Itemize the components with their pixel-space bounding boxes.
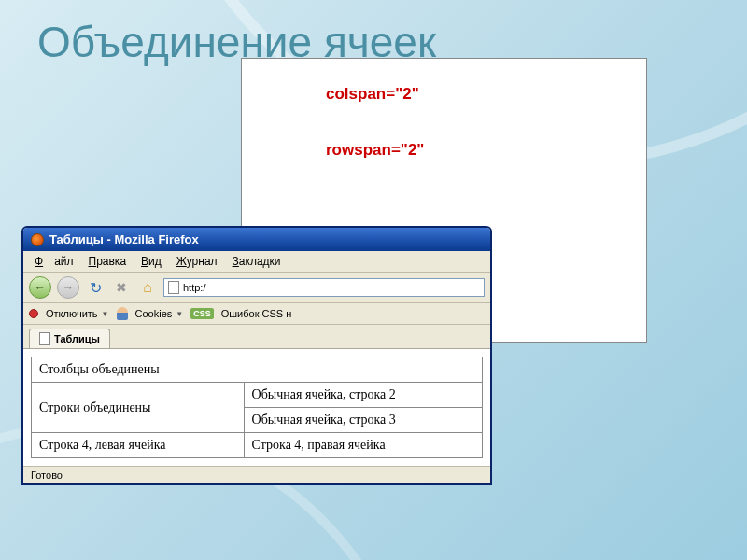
home-button[interactable]: ⌂ (137, 277, 158, 298)
window-title: Таблицы - Mozilla Firefox (49, 232, 199, 246)
disable-icon (29, 309, 38, 318)
rowspan-label: rowspan="2" (326, 141, 609, 160)
forward-button[interactable]: → (57, 276, 79, 299)
back-button[interactable]: ← (29, 276, 51, 299)
menu-file[interactable]: ФФайлайл (29, 254, 79, 269)
cookies-button[interactable]: Cookies (135, 308, 173, 319)
firefox-icon (31, 233, 44, 246)
page-icon (39, 332, 50, 345)
page-icon (168, 281, 179, 294)
stop-button[interactable]: ✖ (111, 277, 132, 298)
table-row: Строки объединены Обычная ячейка, строка… (32, 383, 483, 408)
url-text: http:/ (183, 282, 205, 293)
dropdown-icon: ▼ (102, 310, 109, 318)
tabbar: Таблицы (23, 325, 490, 349)
css-badge-icon: CSS (190, 308, 214, 319)
dev-toolbar: Отключить ▼ Cookies ▼ CSS Ошибок CSS н (23, 303, 490, 325)
colspan-label: colspan="2" (326, 85, 609, 104)
tab-tables[interactable]: Таблицы (29, 329, 110, 348)
dropdown-icon: ▼ (176, 310, 183, 318)
page-content: Столбцы объединены Строки объединены Обы… (23, 349, 490, 466)
cell: Обычная ячейка, строка 2 (244, 383, 482, 408)
cell-rowspan: Строки объединены (32, 383, 245, 433)
table-row: Строка 4, левая ячейка Строка 4, правая … (32, 433, 483, 458)
url-bar[interactable]: http:/ (163, 278, 485, 297)
table-row: Столбцы объединены (32, 357, 483, 383)
menu-edit[interactable]: Правка (83, 254, 133, 269)
menubar: ФФайлайл Правка Вид Журнал Закладки (23, 251, 490, 273)
statusbar: Готово (23, 466, 490, 483)
menu-bookmarks[interactable]: Закладки (227, 254, 287, 269)
status-text: Готово (31, 469, 63, 481)
menu-view[interactable]: Вид (135, 254, 167, 269)
nav-toolbar: ← → ↻ ✖ ⌂ http:/ (23, 273, 490, 303)
person-icon (117, 307, 128, 320)
cell-colspan: Столбцы объединены (32, 357, 483, 383)
css-errors-button[interactable]: Ошибок CSS н (221, 308, 292, 319)
cell: Строка 4, левая ячейка (32, 433, 245, 458)
demo-table: Столбцы объединены Строки объединены Обы… (31, 357, 483, 458)
titlebar[interactable]: Таблицы - Mozilla Firefox (23, 228, 490, 251)
disable-button[interactable]: Отключить (46, 308, 98, 319)
cell: Обычная ячейка, строка 3 (244, 408, 482, 433)
browser-window: Таблицы - Mozilla Firefox ФФайлайл Правк… (21, 226, 492, 485)
cell: Строка 4, правая ячейка (244, 433, 482, 458)
tab-label: Таблицы (54, 333, 100, 344)
reload-button[interactable]: ↻ (85, 277, 106, 298)
menu-history[interactable]: Журнал (171, 254, 223, 269)
